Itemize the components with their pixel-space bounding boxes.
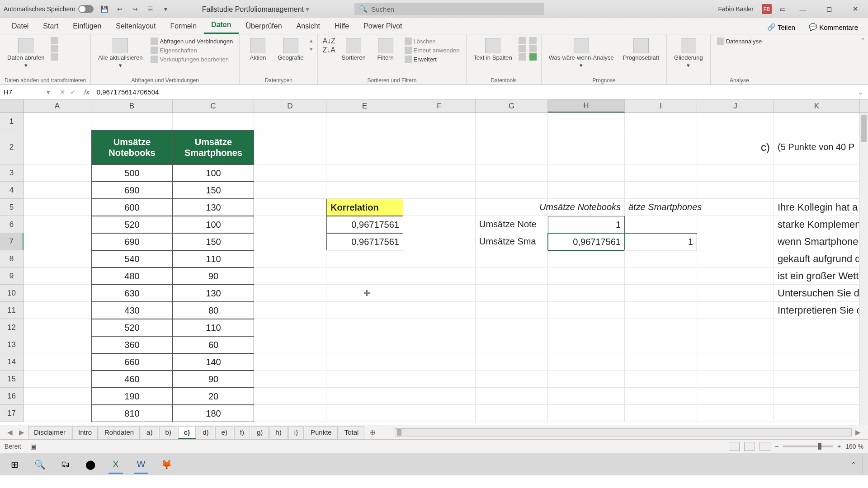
autosave-toggle[interactable]: Automatisches Speichern: [4, 5, 94, 13]
data-cell[interactable]: 90: [173, 371, 254, 388]
data-cell[interactable]: 150: [173, 233, 254, 250]
data-cell[interactable]: 110: [173, 250, 254, 267]
sheet-tab[interactable]: d): [197, 426, 214, 439]
column-header[interactable]: A: [24, 99, 91, 113]
data-cell[interactable]: 540: [91, 250, 173, 267]
cell[interactable]: [697, 216, 774, 233]
cell[interactable]: [254, 199, 326, 216]
cell[interactable]: [326, 405, 403, 422]
cell[interactable]: [254, 371, 326, 388]
cell[interactable]: [697, 336, 774, 353]
tray-chevron-icon[interactable]: ⌃: [851, 461, 856, 468]
matrix-row-label[interactable]: [476, 164, 548, 182]
cell[interactable]: [403, 371, 476, 388]
cell[interactable]: [24, 250, 91, 267]
cell[interactable]: [548, 113, 625, 130]
cell[interactable]: [403, 388, 476, 405]
cell[interactable]: [24, 353, 91, 371]
stocks-button[interactable]: Aktien: [244, 37, 271, 62]
matrix-cell[interactable]: [548, 388, 625, 405]
cell[interactable]: [254, 405, 326, 422]
korrelation-cell[interactable]: Korrelation: [326, 199, 403, 216]
matrix-cell[interactable]: [625, 164, 697, 182]
toggle-off-icon[interactable]: [78, 5, 94, 13]
name-box[interactable]: H7▾: [0, 88, 54, 96]
cell[interactable]: [625, 130, 697, 164]
tab-seitenlayout[interactable]: Seitenlayout: [108, 19, 163, 34]
ribbon-mode-icon[interactable]: ▭: [780, 5, 786, 13]
cell[interactable]: [476, 113, 548, 130]
matrix-cell[interactable]: [625, 267, 697, 285]
data-cell[interactable]: 100: [173, 164, 254, 182]
data-cell[interactable]: 150: [173, 182, 254, 199]
outline-button[interactable]: Gliederung▾: [671, 37, 706, 70]
cell[interactable]: [326, 250, 403, 267]
formula-input[interactable]: 0,967175614706504: [92, 88, 853, 96]
cell[interactable]: [326, 164, 403, 182]
data-cell[interactable]: 600: [91, 199, 173, 216]
matrix-row-label[interactable]: [476, 336, 548, 353]
row-header[interactable]: 9: [0, 267, 24, 285]
zoom-slider[interactable]: [783, 446, 833, 447]
column-header[interactable]: G: [476, 99, 548, 113]
cell[interactable]: [697, 250, 774, 267]
cell[interactable]: [24, 388, 91, 405]
sheet-tab[interactable]: a): [141, 426, 158, 439]
korrelation-cell[interactable]: 0,96717561: [326, 216, 403, 233]
cell[interactable]: [326, 353, 403, 371]
filter-button[interactable]: Filtern: [372, 37, 399, 62]
cell[interactable]: [326, 319, 403, 336]
cell[interactable]: [697, 388, 774, 405]
matrix-cell[interactable]: [625, 285, 697, 302]
matrix-row-label[interactable]: [476, 302, 548, 319]
cell[interactable]: [326, 130, 403, 164]
column-header[interactable]: I: [625, 99, 697, 113]
expand-formula-icon[interactable]: ⌄: [853, 88, 868, 96]
cell[interactable]: [254, 267, 326, 285]
search-taskbar-icon[interactable]: 🔍: [28, 455, 52, 474]
queries-connections-button[interactable]: Abfragen und Verbindungen: [149, 37, 235, 45]
cell[interactable]: [24, 164, 91, 182]
cell[interactable]: [697, 405, 774, 422]
collapse-ribbon-icon[interactable]: ⌃: [858, 34, 868, 84]
cell[interactable]: [476, 130, 548, 164]
sheet-tab[interactable]: g): [251, 426, 269, 439]
cell[interactable]: [403, 199, 476, 216]
data-cell[interactable]: 130: [173, 285, 254, 302]
matrix-cell[interactable]: [625, 319, 697, 336]
column-header[interactable]: K: [774, 99, 860, 113]
cell[interactable]: [697, 199, 774, 216]
cell[interactable]: [24, 182, 91, 199]
page-break-button[interactable]: [760, 442, 770, 451]
column-header[interactable]: H: [548, 99, 625, 113]
cell[interactable]: [403, 130, 476, 164]
manage-model-icon[interactable]: [529, 53, 537, 61]
forecast-button[interactable]: Prognoseblatt: [620, 37, 662, 62]
get-data-button[interactable]: Daten abrufen▾: [5, 37, 47, 70]
matrix-cell[interactable]: ätze Smartphones: [625, 199, 697, 216]
data-cell[interactable]: 460: [91, 371, 173, 388]
matrix-cell[interactable]: [625, 302, 697, 319]
data-cell[interactable]: 80: [173, 302, 254, 319]
sheet-tab[interactable]: b): [159, 426, 177, 439]
comments-button[interactable]: 💬 Kommentare: [803, 20, 863, 34]
undo-icon[interactable]: ↩: [115, 5, 124, 14]
row-header[interactable]: 1: [0, 113, 24, 130]
cell[interactable]: [697, 285, 774, 302]
data-cell[interactable]: 430: [91, 302, 173, 319]
cell[interactable]: [697, 302, 774, 319]
select-all-corner[interactable]: [0, 99, 24, 113]
firefox-icon[interactable]: 🦊: [155, 455, 178, 474]
cell[interactable]: [24, 113, 91, 130]
data-cell[interactable]: 520: [91, 319, 173, 336]
matrix-row-label[interactable]: [476, 353, 548, 371]
cell[interactable]: [254, 285, 326, 302]
sheet-tab[interactable]: Total: [339, 426, 365, 439]
matrix-cell[interactable]: [625, 405, 697, 422]
cell[interactable]: [326, 371, 403, 388]
data-cell[interactable]: 90: [173, 267, 254, 285]
data-cell[interactable]: 810: [91, 405, 173, 422]
data-cell[interactable]: 110: [173, 319, 254, 336]
cell[interactable]: [173, 113, 254, 130]
cell[interactable]: [697, 353, 774, 371]
